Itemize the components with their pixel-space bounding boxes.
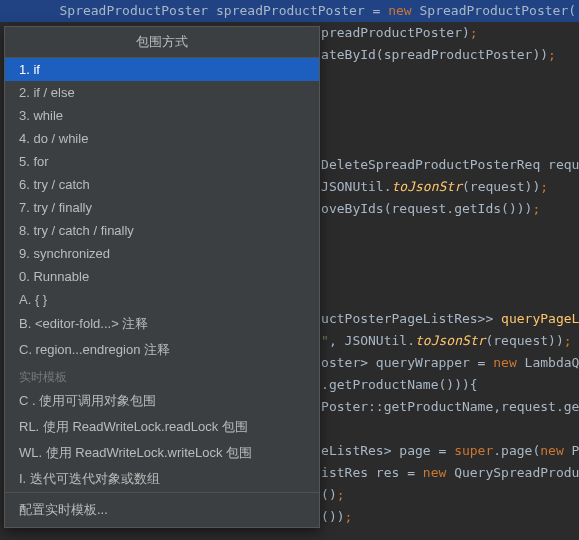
code-line: SpreadProductPoster spreadProductPoster … bbox=[0, 0, 579, 22]
popup-item-try-catch[interactable]: 6. try / catch bbox=[5, 173, 319, 196]
popup-item-try-catch-finally[interactable]: 8. try / catch / finally bbox=[5, 219, 319, 242]
popup-item-region[interactable]: C. region...endregion 注释 bbox=[5, 337, 319, 363]
popup-item-editor-fold[interactable]: B. <editor-fold...> 注释 bbox=[5, 311, 319, 337]
popup-item-synchronized[interactable]: 9. synchronized bbox=[5, 242, 319, 265]
popup-item-for[interactable]: 5. for bbox=[5, 150, 319, 173]
popup-item-if[interactable]: 1. if bbox=[5, 58, 319, 81]
popup-item-braces[interactable]: A. { } bbox=[5, 288, 319, 311]
live-templates-list: C . 使用可调用对象包围 RL. 使用 ReadWriteLock.readL… bbox=[5, 388, 319, 492]
popup-item-while[interactable]: 3. while bbox=[5, 104, 319, 127]
popup-item-runnable[interactable]: 0. Runnable bbox=[5, 265, 319, 288]
surround-with-popup: 包围方式 1. if 2. if / else 3. while 4. do /… bbox=[4, 26, 320, 528]
popup-list: 1. if 2. if / else 3. while 4. do / whil… bbox=[5, 58, 319, 363]
popup-item-try-finally[interactable]: 7. try / finally bbox=[5, 196, 319, 219]
popup-section-header: 实时模板 bbox=[5, 363, 319, 388]
popup-item-do-while[interactable]: 4. do / while bbox=[5, 127, 319, 150]
configure-live-templates[interactable]: 配置实时模板... bbox=[5, 492, 319, 527]
live-template-writelock[interactable]: WL. 使用 ReadWriteLock.writeLock 包围 bbox=[5, 440, 319, 466]
popup-item-if-else[interactable]: 2. if / else bbox=[5, 81, 319, 104]
live-template-readlock[interactable]: RL. 使用 ReadWriteLock.readLock 包围 bbox=[5, 414, 319, 440]
live-template-callable[interactable]: C . 使用可调用对象包围 bbox=[5, 388, 319, 414]
popup-title: 包围方式 bbox=[5, 27, 319, 58]
live-template-iterate[interactable]: I. 迭代可迭代对象或数组 bbox=[5, 466, 319, 492]
